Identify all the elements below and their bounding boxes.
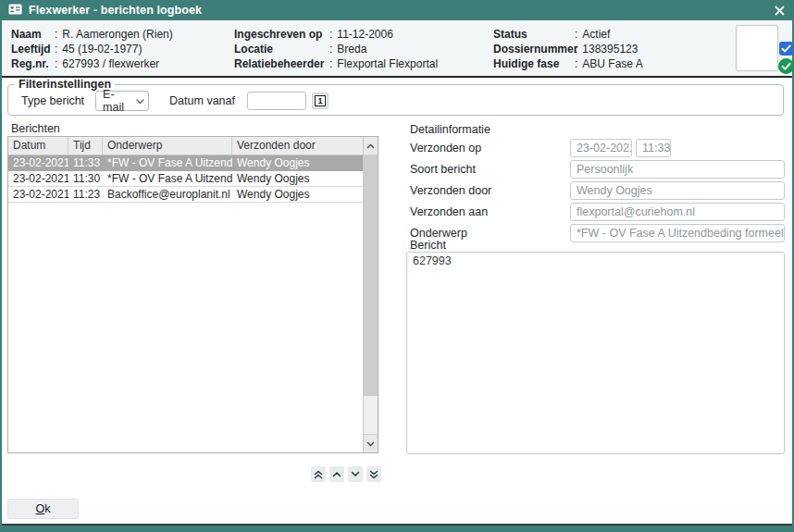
title-bar: Flexwerker - berichten logboek (0, 0, 794, 20)
field-value: 45 (19-02-1977) (62, 42, 142, 56)
bericht-label: Bericht (410, 239, 446, 252)
ok-rest: k (44, 502, 50, 515)
table-row[interactable]: 23-02-2021 11:30 *FW - OV Fase A Uitzend… (8, 171, 363, 187)
field-separator: : (329, 56, 337, 71)
previous-button[interactable] (329, 466, 344, 482)
cell-datum: 23-02-2021 (8, 187, 68, 202)
cell-tijd: 11:23 (68, 187, 103, 202)
bericht-textarea[interactable]: 627993 (406, 252, 785, 454)
scrollbar-up-button[interactable] (364, 137, 378, 155)
flexwerker-info-header: Naam : R. Aamerongen (Rien) Leeftijd : 4… (2, 20, 792, 78)
checked-checkbox-icon[interactable] (779, 42, 793, 58)
field-label: Dossiernummer (493, 42, 575, 56)
field-label: Reg.nr. (11, 56, 55, 71)
info-column-3: Status : Actief Dossiernummer : 13839512… (493, 27, 643, 71)
verzonden-door-field[interactable]: Wendy Oogjes (570, 181, 785, 200)
info-field-locatie: Locatie : Breda (234, 42, 438, 56)
field-separator: : (329, 42, 337, 56)
table-row[interactable]: 23-02-2021 11:33 *FW - OV Fase A Uitzend… (8, 155, 363, 171)
cell-verzonden-door: Wendy Oogjes (232, 171, 363, 186)
field-separator: : (575, 27, 582, 42)
field-separator: : (575, 42, 582, 56)
calendar-icon: 1 (315, 95, 326, 106)
info-field-ingeschreven-op: Ingeschreven op : 11-12-2006 (234, 27, 438, 42)
detail-row-verzonden-op: Verzonden op (410, 139, 481, 157)
chevron-up-icon (332, 471, 341, 477)
verzonden-aan-field[interactable]: flexportal@curiehom.nl (570, 203, 785, 221)
verzonden-door-label: Verzonden door (410, 184, 491, 197)
verzonden-aan-label: Verzonden aan (410, 205, 488, 218)
ok-button[interactable]: Ok (7, 499, 79, 519)
contact-card-icon (8, 2, 22, 19)
cell-datum: 23-02-2021 (8, 171, 68, 186)
field-value: Actief (582, 27, 610, 42)
table-row[interactable]: 23-02-2021 11:23 Backoffice@europlanit.n… (8, 187, 363, 203)
field-value: Breda (337, 42, 366, 56)
verzonden-op-time-field[interactable]: 11:33 (636, 139, 671, 157)
calendar-button[interactable]: 1 (312, 93, 329, 109)
field-value: Flexportal Flexportal (337, 56, 438, 71)
verzonden-op-label: Verzonden op (410, 142, 481, 155)
info-column-1: Naam : R. Aamerongen (Rien) Leeftijd : 4… (11, 27, 173, 71)
cell-onderwerp: *FW - OV Fase A Uitzendb... (103, 171, 232, 186)
cell-datum: 23-02-2021 (8, 155, 68, 170)
ok-accesskey: O (36, 502, 45, 515)
cell-onderwerp: *FW - OV Fase A Uitzendb... (103, 155, 232, 170)
cell-verzonden-door: Wendy Oogjes (232, 155, 363, 170)
cell-tijd: 11:33 (68, 155, 103, 170)
column-header-onderwerp[interactable]: Onderwerp (103, 137, 232, 155)
chevron-down-icon (136, 94, 144, 107)
field-separator: : (55, 56, 62, 71)
field-label: Leeftijd (11, 42, 55, 56)
next-button[interactable] (348, 466, 363, 482)
flexwerker-window: Flexwerker - berichten logboek Naam : R.… (0, 0, 794, 532)
column-header-verzonden-door[interactable]: Verzonden door (232, 137, 378, 155)
onderwerp-label: Onderwerp (410, 227, 467, 240)
field-value: 138395123 (582, 42, 638, 56)
column-header-datum[interactable]: Datum (8, 137, 68, 155)
info-field-leeftijd: Leeftijd : 45 (19-02-1977) (11, 42, 173, 56)
type-bericht-select[interactable]: E-mail (95, 91, 149, 111)
field-value: ABU Fase A (582, 56, 642, 71)
soort-bericht-field[interactable]: Persoonlijk (570, 160, 785, 179)
jump-first-button[interactable] (311, 466, 326, 482)
filter-legend: Filterinstellingen (15, 78, 115, 91)
cell-verzonden-door: Wendy Oogjes (232, 187, 363, 202)
chevron-down-icon (351, 471, 360, 477)
table-header-row: Datum Tijd Onderwerp Verzonden door (8, 137, 378, 155)
scrollbar-thumb[interactable] (364, 155, 378, 396)
window-content: Naam : R. Aamerongen (Rien) Leeftijd : 4… (2, 20, 792, 526)
field-separator: : (55, 42, 62, 56)
field-label: Naam (11, 27, 55, 42)
type-bericht-value: E-mail (103, 88, 132, 114)
table-scrollbar[interactable] (363, 137, 378, 452)
jump-last-button[interactable] (366, 466, 381, 482)
field-separator: : (329, 27, 337, 42)
datum-vanaf-input[interactable] (247, 92, 306, 110)
berichten-table: Datum Tijd Onderwerp Verzonden door 23-0… (7, 136, 378, 453)
double-chevron-down-icon (369, 470, 378, 479)
verzonden-op-date-field[interactable]: 23-02-2021 (570, 139, 632, 157)
field-label: Relatiebeheerder (234, 56, 329, 71)
double-chevron-up-icon (314, 470, 323, 479)
close-icon[interactable] (773, 4, 786, 17)
info-field-naam: Naam : R. Aamerongen (Rien) (11, 27, 173, 42)
info-field-regnr: Reg.nr. : 627993 / flexwerker (11, 56, 173, 71)
field-value: R. Aamerongen (Rien) (62, 27, 172, 42)
onderwerp-field[interactable]: *FW - OV Fase A Uitzendbeding formeel (570, 224, 785, 242)
field-label: Huidige fase (493, 56, 575, 71)
type-bericht-label: Type bericht (21, 94, 84, 107)
info-field-huidige-fase: Huidige fase : ABU Fase A (493, 56, 643, 71)
cell-tijd: 11:30 (68, 171, 103, 186)
field-label: Status (493, 27, 575, 42)
soort-bericht-label: Soort bericht (410, 163, 476, 176)
field-label: Locatie (234, 42, 329, 56)
scrollbar-down-button[interactable] (364, 434, 378, 452)
info-column-2: Ingeschreven op : 11-12-2006 Locatie : B… (234, 27, 438, 71)
info-field-status: Status : Actief (493, 27, 643, 42)
detail-title: Detailinformatie (410, 123, 490, 136)
column-header-tijd[interactable]: Tijd (68, 137, 103, 155)
berichten-title: Berichten (11, 122, 60, 135)
field-value: 627993 / flexwerker (62, 56, 159, 71)
field-separator: : (575, 56, 582, 71)
